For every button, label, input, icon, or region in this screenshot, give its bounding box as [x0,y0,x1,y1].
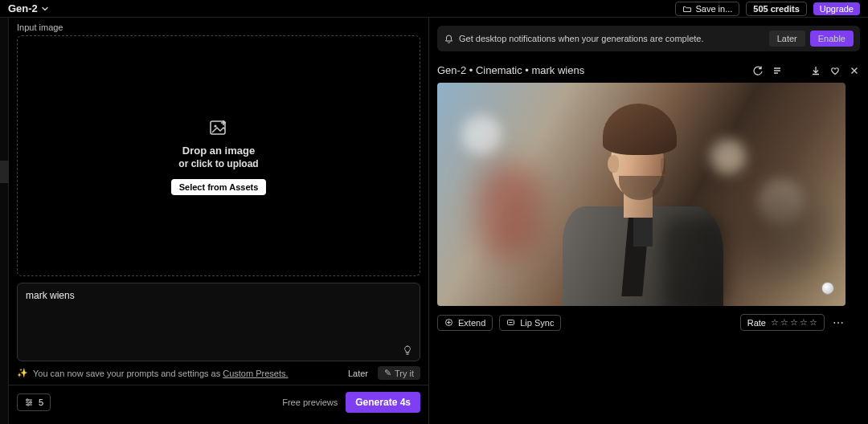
extend-icon [444,318,453,327]
chevron-down-icon[interactable] [41,5,49,13]
save-in-button[interactable]: Save in... [675,2,739,16]
generate-button[interactable]: Generate 4s [346,392,420,413]
settings-lines-icon[interactable] [772,65,783,76]
dropzone-line1: Drop an image [182,145,255,157]
image-upload-icon [208,117,229,138]
credits-badge: 505 credits [746,2,806,16]
upgrade-button[interactable]: Upgrade [813,2,860,15]
refresh-icon[interactable] [752,65,764,76]
settings-count: 5 [39,398,43,407]
select-from-assets-button[interactable]: Select from Assets [171,179,267,195]
rate-button[interactable]: Rate ☆ ☆ ☆ ☆ ☆ [740,314,825,331]
star-icon[interactable]: ☆ [790,317,798,328]
generated-video[interactable] [437,83,845,306]
folder-icon [682,4,692,14]
star-icon[interactable]: ☆ [809,317,817,328]
prompt-box: mark wiens [17,283,420,361]
custom-presets-link[interactable]: Custom Presets. [223,369,288,378]
notification-bar: Get desktop notifications when your gene… [437,26,860,51]
svg-point-4 [27,404,29,406]
lightbulb-icon[interactable] [402,344,413,356]
playhead-knob[interactable] [821,282,834,295]
sparkle-icon: ✨ [17,368,28,378]
dropzone-line2: or click to upload [178,158,258,169]
star-icon[interactable]: ☆ [780,317,788,328]
rating-stars[interactable]: ☆ ☆ ☆ ☆ ☆ [771,317,817,328]
heart-icon[interactable] [829,65,841,76]
free-previews-button[interactable]: Free previews [282,398,338,407]
lip-sync-icon [506,318,515,327]
video-actions: Extend Lip Sync Rate ☆ ☆ ☆ ☆ ☆ ⋯ [437,306,845,331]
input-image-label: Input image [9,18,428,35]
svg-point-1 [214,124,216,127]
bottom-bar: 5 Free previews Generate 4s [9,385,428,419]
settings-button[interactable]: 5 [17,393,51,411]
tip-text: You can now save your prompts and settin… [33,369,289,378]
svg-point-2 [27,399,28,401]
image-dropzone[interactable]: Drop an image or click to upload Select … [17,35,420,276]
prompt-input[interactable]: mark wiens [18,283,420,361]
gutter-tab[interactable] [0,161,9,183]
tip-try-button[interactable]: ✎ Try it [378,366,420,380]
topbar: Gen-2 Save in... 505 credits Upgrade [0,0,868,18]
left-gutter [0,18,9,424]
lip-sync-button[interactable]: Lip Sync [499,315,561,331]
result-header: Gen-2 • Cinematic • mark wiens [437,51,860,83]
sliders-icon [24,398,34,407]
bell-icon [444,34,454,44]
tip-bar: ✨ You can now save your prompts and sett… [9,361,428,385]
result-title: Gen-2 • Cinematic • mark wiens [437,64,752,76]
save-in-label: Save in... [695,4,732,14]
notification-enable-button[interactable]: Enable [810,31,854,47]
left-panel: Input image Drop an image or click to up… [9,18,429,424]
notification-text: Get desktop notifications when your gene… [459,34,704,43]
star-icon[interactable]: ☆ [800,317,808,328]
right-panel: Get desktop notifications when your gene… [429,18,868,424]
model-name[interactable]: Gen-2 [8,2,38,14]
download-icon[interactable] [810,65,821,76]
svg-point-3 [30,402,31,403]
extend-button[interactable]: Extend [437,315,493,331]
wand-icon: ✎ [384,368,391,378]
star-icon[interactable]: ☆ [771,317,779,328]
notification-later-button[interactable]: Later [769,31,805,47]
more-options-button[interactable]: ⋯ [831,316,845,329]
close-icon[interactable] [849,65,860,76]
tip-later-button[interactable]: Later [343,367,373,380]
